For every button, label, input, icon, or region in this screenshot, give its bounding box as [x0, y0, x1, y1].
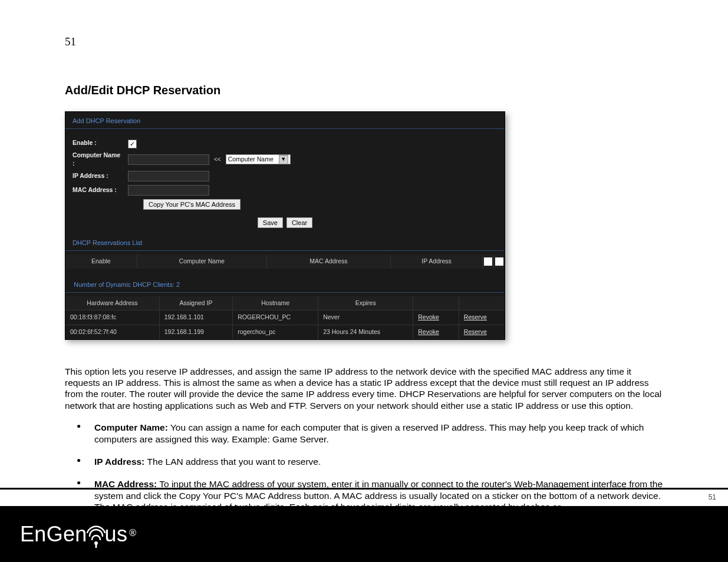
- save-button[interactable]: Save: [258, 217, 283, 228]
- item-text: The LAN address that you want to reserve…: [147, 457, 321, 467]
- table-row: 00:02:6f:52:7f:40 192.168.1.199 rogercho…: [65, 325, 505, 339]
- chevron-down-icon: ▼: [279, 155, 288, 164]
- insert-arrow-button[interactable]: <<: [214, 156, 221, 163]
- col-expires: Expires: [318, 296, 413, 310]
- clear-button[interactable]: Clear: [286, 217, 312, 228]
- revoke-link[interactable]: Revoke: [413, 325, 459, 339]
- page-footer: 51 EnGen us ®: [0, 488, 728, 562]
- computer-name-input[interactable]: [128, 154, 209, 165]
- computer-name-dropdown[interactable]: Computer Name ▼: [226, 154, 291, 164]
- label-enable: Enable :: [73, 139, 123, 147]
- engenius-logo: EnGen us ®: [20, 522, 134, 547]
- cell-hw: 00:02:6f:52:7f:40: [65, 325, 159, 339]
- list-item: IP Address: The LAN address that you wan…: [77, 456, 663, 468]
- svg-rect-1: [95, 543, 97, 548]
- cell-host: ROGERCHOU_PC: [233, 310, 318, 325]
- ip-address-input[interactable]: [128, 171, 209, 181]
- item-text: You can assign a name for each computer …: [94, 422, 644, 444]
- reservations-table: Enable Computer Name MAC Address IP Addr…: [65, 254, 505, 269]
- cell-ip: 192.168.1.101: [159, 310, 232, 325]
- col-computer-name: Computer Name: [137, 254, 266, 269]
- col-ip: IP Address: [390, 254, 482, 269]
- label-ip-address: IP Address :: [73, 172, 123, 180]
- router-ui-panel: Add DHCP Reservation Enable : ✓ Computer…: [65, 111, 505, 340]
- col-mac: MAC Address: [266, 254, 390, 269]
- cell-exp: Never: [318, 310, 413, 325]
- intro-paragraph: This option lets you reserve IP addresse…: [65, 366, 663, 412]
- section-heading: Add/Edit DHCP Reservation: [65, 84, 663, 97]
- action-col-2[interactable]: [494, 254, 505, 269]
- col-enable: Enable: [65, 254, 137, 269]
- mac-address-input[interactable]: [128, 185, 209, 196]
- reservations-list-title: DHCP Reservations List: [65, 234, 505, 250]
- cell-exp: 23 Hours 24 Minutes: [318, 325, 413, 339]
- page-number-top: 51: [65, 35, 663, 48]
- cell-hw: 00:18:f3:87:08:fc: [65, 310, 159, 325]
- page-number-footer: 51: [0, 490, 728, 506]
- reserve-link[interactable]: Reserve: [459, 310, 505, 325]
- col-action-1: [413, 296, 459, 310]
- table-row: 00:18:f3:87:08:fc 192.168.1.101 ROGERCHO…: [65, 310, 505, 325]
- col-hardware-address: Hardware Address: [65, 296, 159, 310]
- dropdown-selected-value: Computer Name: [228, 156, 274, 164]
- cell-ip: 192.168.1.199: [159, 325, 232, 339]
- item-label: IP Address:: [94, 457, 147, 467]
- col-action-2: [459, 296, 505, 310]
- registered-icon: ®: [129, 528, 136, 538]
- wifi-icon: [86, 524, 106, 548]
- label-mac-address: MAC Address :: [73, 186, 123, 194]
- reserve-link[interactable]: Reserve: [459, 325, 505, 339]
- action-col-1[interactable]: [483, 254, 494, 269]
- clients-table: Hardware Address Assigned IP Hostname Ex…: [65, 296, 505, 339]
- logo-text-1: EnGen: [20, 522, 87, 547]
- revoke-link[interactable]: Revoke: [413, 310, 459, 325]
- add-reservation-title: Add DHCP Reservation: [65, 112, 505, 128]
- logo-text-2: us: [105, 522, 128, 547]
- dynamic-clients-count: Number of Dynamic DHCP Clients: 2: [65, 277, 505, 292]
- col-hostname: Hostname: [233, 296, 318, 310]
- enable-checkbox[interactable]: ✓: [128, 140, 137, 148]
- item-label: Computer Name:: [94, 422, 168, 432]
- col-assigned-ip: Assigned IP: [159, 296, 232, 310]
- list-item: Computer Name: You can assign a name for…: [77, 422, 663, 445]
- copy-mac-button[interactable]: Copy Your PC's MAC Address: [143, 199, 241, 210]
- label-computer-name: Computer Name :: [73, 151, 123, 167]
- cell-host: rogerchou_pc: [233, 325, 318, 339]
